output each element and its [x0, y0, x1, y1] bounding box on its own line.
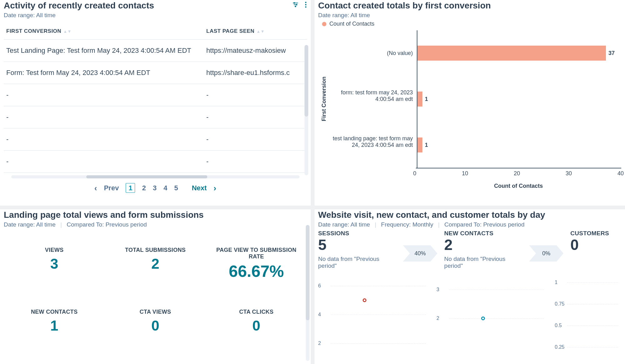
table-row[interactable]: Form: Test form May 24, 2023 4:00:54 AM … [4, 62, 307, 84]
kpi-grid: VIEWS 3 TOTAL SUBMISSIONS 2 PAGE VIEW TO… [4, 247, 307, 334]
mini-chart-customers: 1 0.75 0.5 0.25 [555, 279, 621, 351]
x-tick: 10 [462, 170, 468, 177]
table-row[interactable]: -- [4, 84, 307, 106]
tick: 0.75 [555, 301, 564, 307]
svg-point-5 [305, 6, 306, 7]
bar-category-label: (No value) [329, 50, 413, 57]
activity-card: Activity of recently created contacts Da… [0, 0, 311, 206]
summary-row: SESSIONS 5 No data from "Previous period… [318, 230, 622, 269]
svg-point-3 [305, 2, 306, 3]
activity-table: FIRST CONVERSION▲▼ LAST PAGE SEEN▲▼ Test… [4, 23, 307, 178]
table-row[interactable]: -- [4, 106, 307, 128]
kpi-rate: PAGE VIEW TO SUBMISSION RATE 66.67% [206, 247, 307, 281]
tick: 0.25 [555, 344, 564, 350]
bar-category-label: form: test form may 24, 2023 4:00:54 am … [329, 89, 413, 102]
cell-last-page-seen: https://share-eu1.hsforms.c [204, 62, 307, 84]
vertical-scrollbar[interactable] [305, 45, 308, 175]
table-row[interactable]: Test Landing Page: Test form May 24, 202… [4, 40, 307, 62]
mini-charts: 6 4 2 3 2 [318, 279, 622, 351]
contact-totals-card: Contact created totals by first conversi… [315, 0, 625, 206]
kpi-cta-views: CTA VIEWS 0 [105, 309, 206, 334]
bar [417, 46, 606, 61]
legend-label: Count of Contacts [330, 21, 375, 27]
kpi-value: 0 [206, 317, 307, 334]
bar-category-label: test landing page: test form may 24, 202… [329, 135, 413, 148]
horizontal-scrollbar[interactable] [11, 175, 300, 178]
page-1[interactable]: 1 [126, 183, 135, 193]
svg-point-1 [296, 4, 297, 5]
page-5[interactable]: 5 [174, 184, 178, 192]
x-axis: 010203040 [416, 168, 622, 182]
kpi-label: NEW CONTACTS [4, 309, 105, 315]
summary-label: CUSTOMERS [570, 230, 621, 237]
kpi-value: 0 [105, 317, 206, 334]
bar-value: 1 [425, 142, 428, 148]
legend-dot-icon [322, 22, 326, 26]
card-title: Landing page total views and form submis… [4, 210, 307, 220]
sort-icon[interactable]: ▲▼ [63, 29, 72, 34]
bar-value: 1 [425, 96, 428, 102]
kpi-label: TOTAL SUBMISSIONS [105, 247, 206, 253]
mini-chart-contacts: 3 2 [436, 279, 547, 351]
tick: 0.5 [555, 323, 562, 328]
tick: 3 [436, 287, 439, 292]
cell-first-conversion: - [4, 128, 204, 151]
tick: 2 [318, 341, 321, 346]
next-button[interactable]: Next [192, 184, 207, 192]
sort-icon[interactable]: ▲▼ [256, 29, 265, 34]
cell-first-conversion: - [4, 151, 204, 173]
frequency: Frequency: Monthly [381, 221, 433, 228]
pagination: ‹ Prev 12345 Next › [4, 184, 307, 192]
kpi-label: CTA CLICKS [206, 309, 307, 315]
col-header-first-conversion[interactable]: FIRST CONVERSION▲▼ [4, 23, 204, 40]
summary-customers: CUSTOMERS 0 [570, 230, 621, 252]
kpi-views: VIEWS 3 [4, 247, 105, 281]
date-range: Date range: All time [4, 221, 56, 228]
prev-button[interactable]: Prev [104, 184, 119, 192]
kpi-value: 66.67% [206, 262, 307, 281]
cell-last-page-seen: https://mateusz-makosiew [204, 40, 307, 62]
cell-first-conversion: - [4, 84, 204, 106]
chevron-right-icon[interactable]: › [214, 184, 216, 192]
conversion-badge: 40% [403, 245, 437, 262]
table-row[interactable]: -- [4, 151, 307, 173]
cell-last-page-seen: - [204, 151, 307, 173]
card-title: Website visit, new contact, and customer… [318, 210, 622, 220]
page-2[interactable]: 2 [142, 184, 146, 192]
svg-point-0 [294, 2, 295, 3]
more-icon[interactable] [305, 1, 307, 9]
tick: 1 [555, 280, 557, 285]
bar [417, 92, 422, 107]
y-axis-label: First Conversion [321, 77, 327, 121]
filter-icon[interactable] [292, 1, 299, 9]
table-row[interactable]: -- [4, 128, 307, 151]
summary-label: NEW CONTACTS [444, 230, 529, 237]
badge-value: 40% [415, 250, 426, 257]
bar-chart: First Conversion (No value)form: test fo… [321, 30, 622, 168]
cell-first-conversion: - [4, 106, 204, 128]
summary-sessions: SESSIONS 5 No data from "Previous period… [318, 230, 403, 269]
chevron-left-icon[interactable]: ‹ [94, 184, 97, 192]
tick: 4 [318, 312, 321, 317]
data-point-icon [363, 298, 366, 302]
page-4[interactable]: 4 [164, 184, 167, 192]
kpi-label: VIEWS [4, 247, 105, 253]
col-header-last-page-seen[interactable]: LAST PAGE SEEN▲▼ [204, 23, 307, 40]
cell-last-page-seen: - [204, 128, 307, 151]
vertical-scrollbar[interactable] [306, 225, 310, 361]
cell-last-page-seen: - [204, 106, 307, 128]
summary-value: 5 [318, 237, 403, 252]
compared-to: Compared To: Previous period [67, 221, 147, 228]
tick: 2 [436, 316, 439, 321]
summary-label: SESSIONS [318, 230, 403, 237]
website-card: Website visit, new contact, and customer… [315, 209, 625, 364]
kpi-label: CTA VIEWS [105, 309, 206, 315]
kpi-value: 1 [4, 317, 105, 334]
badge-value: 0% [542, 250, 550, 257]
summary-value: 0 [570, 237, 621, 252]
page-3[interactable]: 3 [153, 184, 157, 192]
date-range: Date range: All time [4, 12, 307, 19]
sub-meta: Date range: All time | Frequency: Monthl… [318, 221, 622, 228]
date-range: Date range: All time [318, 12, 622, 19]
col-label: FIRST CONVERSION [6, 28, 61, 34]
